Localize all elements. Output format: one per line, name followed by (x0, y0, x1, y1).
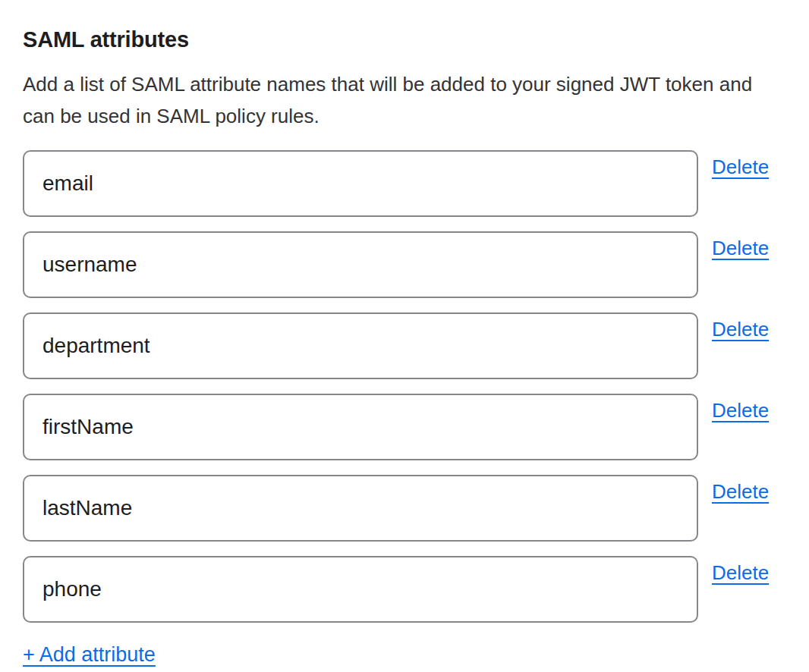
section-description: Add a list of SAML attribute names that … (23, 68, 777, 132)
delete-attribute-link[interactable]: Delete (712, 479, 769, 504)
attribute-row: Delete (23, 231, 777, 298)
attribute-name-input[interactable] (23, 150, 698, 217)
saml-attributes-section: SAML attributes Add a list of SAML attri… (0, 0, 809, 667)
delete-attribute-link[interactable]: Delete (712, 155, 769, 179)
attribute-name-input[interactable] (23, 475, 698, 542)
delete-attribute-link[interactable]: Delete (712, 317, 769, 341)
attribute-row: Delete (23, 312, 777, 379)
delete-attribute-link[interactable]: Delete (712, 398, 769, 422)
attribute-row: Delete (23, 556, 777, 623)
attribute-row: Delete (23, 475, 777, 542)
delete-attribute-link[interactable]: Delete (712, 236, 769, 260)
attribute-row: Delete (23, 150, 777, 217)
attribute-name-input[interactable] (23, 231, 698, 298)
attribute-name-input[interactable] (23, 394, 698, 460)
attribute-row: Delete (23, 394, 777, 460)
add-attribute-link[interactable]: + Add attribute (23, 642, 156, 667)
section-title: SAML attributes (23, 26, 777, 53)
attribute-name-input[interactable] (23, 556, 698, 623)
delete-attribute-link[interactable]: Delete (712, 561, 769, 585)
attribute-name-input[interactable] (23, 312, 698, 379)
attribute-list: Delete Delete Delete Delete Delete Delet… (23, 150, 777, 623)
